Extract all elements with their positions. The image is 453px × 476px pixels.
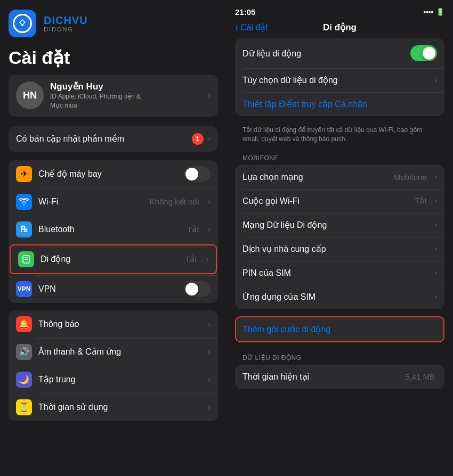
bluetooth-row[interactable]: ℞ Bluetooth Tắt › (9, 216, 218, 243)
top-settings-group: Dữ liệu di động Tùy chọn dữ liệu di động… (235, 38, 444, 116)
airplane-label: Chế độ máy bay (38, 169, 177, 179)
settings-group-2: 🔔 Thông báo › 🔊 Âm thanh & Cảm ứng › 🌙 T… (9, 310, 218, 421)
logo-icon (9, 10, 36, 37)
update-row[interactable]: Có bản cập nhật phần mềm 1 › (9, 126, 218, 152)
ung-dung-sim-label: Ứng dụng của SIM (242, 292, 429, 302)
airplane-icon: ✈ (16, 166, 32, 182)
tuy-chon-label: Tùy chọn dữ liệu di động (242, 75, 429, 85)
thong-bao-chevron-icon: › (208, 319, 211, 329)
airplane-toggle[interactable] (184, 166, 211, 182)
logo-subtitle: DIDONG (44, 26, 88, 32)
mobifone-group: Lựa chọn mạng Mobifone › Cuộc gọi Wi-Fi … (235, 165, 444, 309)
mang-du-lieu-chevron-icon: › (434, 220, 437, 229)
lua-chon-mang-row[interactable]: Lựa chọn mạng Mobifone › (235, 165, 444, 189)
thoi-gian-icon: ⏳ (16, 399, 32, 415)
them-goi-cuoc-label: Thêm gói cước di động (242, 324, 330, 334)
thoi-gian-row[interactable]: ⏳ Thời gian sử dụng › (9, 393, 218, 421)
am-thanh-row[interactable]: 🔊 Âm thanh & Cảm ứng › (9, 338, 218, 366)
du-lieu-group: Thời gian hiện tại 5,41 MB (235, 365, 444, 389)
du-lieu-header: DỮ LIỆU DI ĐỘNG (235, 350, 444, 365)
dich-vu-ncc-label: Dịch vụ nhà cung cấp (242, 244, 429, 254)
update-badge: 1 (192, 133, 204, 145)
nav-bar: ‹ Cài đặt Di động (226, 20, 453, 38)
vpn-toggle-knob (185, 283, 198, 296)
update-chevron-icon: › (208, 134, 211, 144)
bluetooth-label: Bluetooth (38, 225, 181, 234)
cuoc-goi-wifi-row[interactable]: Cuộc gọi Wi-Fi Tắt › (235, 189, 444, 213)
them-goi-cuoc-row[interactable]: Thêm gói cước di động (236, 317, 443, 341)
left-panel: DICHVU DIDONG Cài đặt HN Nguyễn Huy ID A… (0, 0, 226, 476)
cuoc-goi-wifi-label: Cuộc gọi Wi-Fi (242, 196, 409, 206)
airplane-row[interactable]: ✈ Chế độ máy bay (9, 160, 218, 188)
tap-trung-icon: 🌙 (16, 372, 32, 388)
status-icons: ▪▪▪▪ 🔋 (424, 8, 444, 16)
profile-name: Nguyễn Huy (50, 81, 201, 92)
airplane-toggle-knob (185, 168, 198, 180)
tuy-chon-row[interactable]: Tùy chọn dữ liệu di động › (235, 68, 444, 92)
tuy-chon-chevron-icon: › (434, 76, 437, 85)
profile-sub: ID Apple, iCloud, Phương tiện &Mục mua (50, 92, 201, 110)
wifi-label: Wi-Fi (38, 197, 143, 207)
wifi-row[interactable]: Wi-Fi Không kết nối › (9, 188, 218, 216)
cuoc-goi-wifi-value: Tắt (415, 196, 426, 206)
vpn-toggle[interactable] (184, 281, 211, 297)
thoi-gian-hien-tai-row[interactable]: Thời gian hiện tại 5,41 MB (235, 365, 444, 389)
thiet-lap-label: Thiết lập Điểm truy cập Cá nhân (242, 99, 367, 109)
tap-trung-label: Tập trung (38, 374, 201, 384)
lua-chon-mang-label: Lựa chọn mạng (242, 172, 389, 182)
vpn-row[interactable]: VPN VPN (9, 275, 218, 303)
bluetooth-value: Tắt (187, 225, 199, 234)
top-note: Tắt dữ liệu di động để truyền tất cả dữ … (235, 124, 444, 150)
right-panel: 21:05 ▪▪▪▪ 🔋 ‹ Cài đặt Di động Dữ liệu d… (226, 0, 453, 476)
di-dong-label: Di động (41, 254, 179, 264)
wifi-chevron-icon: › (208, 197, 211, 207)
du-lieu-toggle[interactable] (410, 45, 437, 61)
thoi-gian-chevron-icon: › (208, 403, 211, 412)
pin-sim-label: PIN của SIM (242, 268, 429, 278)
thong-bao-icon: 🔔 (16, 316, 32, 332)
di-dong-value: Tắt (185, 255, 197, 264)
wifi-value: Không kết nối (150, 197, 199, 207)
di-dong-chevron-icon: › (206, 255, 208, 264)
profile-row[interactable]: HN Nguyễn Huy ID Apple, iCloud, Phương t… (9, 75, 218, 117)
ung-dung-sim-chevron-icon: › (434, 292, 437, 301)
cuoc-goi-wifi-chevron-icon: › (434, 196, 437, 206)
tap-trung-row[interactable]: 🌙 Tập trung › (9, 366, 218, 393)
thoi-gian-hien-tai-value: 5,41 MB (405, 372, 435, 381)
am-thanh-icon: 🔊 (16, 344, 32, 360)
pin-sim-chevron-icon: › (434, 268, 437, 277)
ung-dung-sim-row[interactable]: Ứng dụng của SIM › (235, 285, 444, 309)
svg-point-0 (21, 24, 23, 26)
mobifone-header: MOBIFONE (235, 150, 444, 165)
pin-sim-row[interactable]: PIN của SIM › (235, 261, 444, 285)
tap-trung-chevron-icon: › (208, 375, 211, 384)
thoi-gian-hien-tai-label: Thời gian hiện tại (242, 372, 400, 382)
du-lieu-di-dong-row[interactable]: Dữ liệu di động (235, 38, 444, 68)
bluetooth-chevron-icon: › (208, 225, 211, 234)
lua-chon-mang-chevron-icon: › (434, 172, 437, 182)
di-dong-row[interactable]: Di động Tắt › (10, 244, 217, 274)
avatar: HN (16, 81, 44, 109)
thiet-lap-row[interactable]: Thiết lập Điểm truy cập Cá nhân (235, 92, 444, 116)
add-plan-group: Thêm gói cước di động (235, 316, 444, 342)
dich-vu-ncc-row[interactable]: Dịch vụ nhà cung cấp › (235, 237, 444, 261)
status-bar: 21:05 ▪▪▪▪ 🔋 (226, 0, 453, 20)
page-title: Cài đặt (0, 42, 226, 75)
settings-group-1: ✈ Chế độ máy bay Wi-Fi Không kết nối › ℞… (9, 160, 218, 303)
logo-inner-circle (13, 14, 32, 33)
signal-icon: ▪▪▪▪ (424, 8, 433, 16)
bluetooth-icon: ℞ (16, 221, 32, 237)
back-button[interactable]: ‹ Cài đặt (235, 22, 268, 33)
back-label: Cài đặt (240, 22, 268, 32)
wifi-icon (16, 194, 32, 210)
nav-title: Di động (323, 22, 357, 33)
di-dong-icon (18, 251, 34, 267)
right-content: Dữ liệu di động Tùy chọn dữ liệu di động… (226, 38, 453, 476)
profile-info: Nguyễn Huy ID Apple, iCloud, Phương tiện… (50, 81, 201, 110)
update-label: Có bản cập nhật phần mềm (16, 134, 192, 144)
vpn-label: VPN (38, 284, 177, 294)
dich-vu-ncc-chevron-icon: › (434, 244, 437, 253)
thong-bao-row[interactable]: 🔔 Thông báo › (9, 310, 218, 338)
mang-du-lieu-row[interactable]: Mạng Dữ liệu Di động › (235, 213, 444, 237)
back-chevron-icon: ‹ (235, 22, 238, 33)
